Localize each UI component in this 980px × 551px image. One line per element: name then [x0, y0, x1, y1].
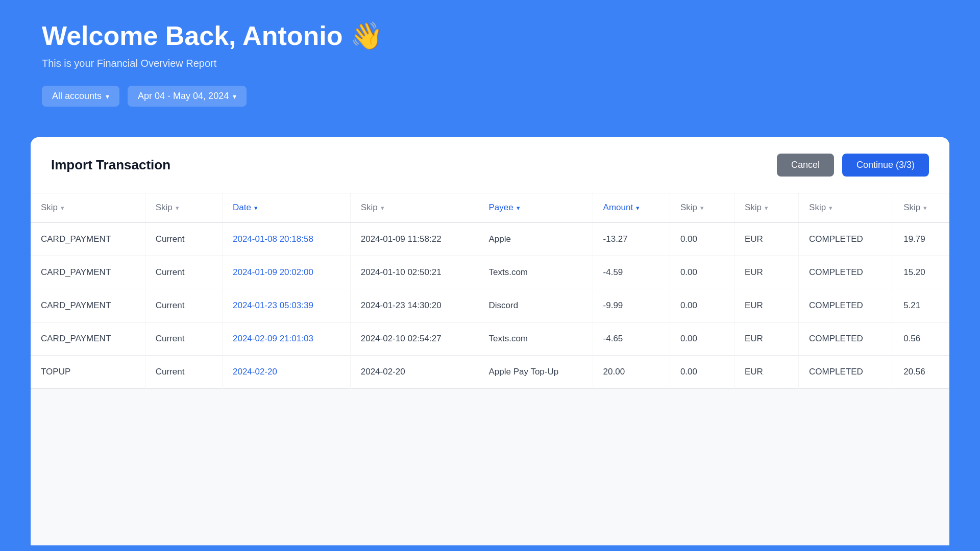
table-cell: 2024-01-23 14:30:20	[350, 289, 478, 322]
table-cell: EUR	[734, 322, 798, 356]
table-cell: Apple Pay Top-Up	[478, 356, 593, 389]
import-header: Import Transaction Cancel Continue (3/3)	[31, 137, 949, 193]
table-row: TOPUPCurrent2024-02-202024-02-20Apple Pa…	[31, 356, 949, 389]
skip2-chevron-icon: ▾	[176, 204, 179, 212]
table-cell: -9.99	[593, 289, 670, 322]
skip4-chevron-icon: ▾	[700, 204, 704, 212]
main-content: Import Transaction Cancel Continue (3/3)…	[31, 137, 949, 545]
table-cell: 2024-01-23 05:03:39	[222, 289, 350, 322]
table-cell: EUR	[734, 289, 798, 322]
table-cell: -13.27	[593, 222, 670, 256]
table-cell: Texts.com	[478, 322, 593, 356]
table-cell: 20.00	[593, 356, 670, 389]
header-section: Welcome Back, Antonio 👋 This is your Fin…	[0, 0, 980, 137]
table-cell: 2024-01-08 20:18:58	[222, 222, 350, 256]
table-cell: 19.79	[893, 222, 949, 256]
table-cell: EUR	[734, 222, 798, 256]
continue-button[interactable]: Continue (3/3)	[842, 154, 929, 177]
col-header-skip-7[interactable]: Skip ▾	[893, 193, 949, 222]
table-cell: EUR	[734, 356, 798, 389]
col-header-payee[interactable]: Payee ▾	[478, 193, 593, 222]
table-cell: 0.00	[670, 222, 734, 256]
date-chevron-icon: ▾	[254, 204, 258, 212]
skip5-chevron-icon: ▾	[765, 204, 768, 212]
table-row: CARD_PAYMENTCurrent2024-01-08 20:18:5820…	[31, 222, 949, 256]
transactions-table: Skip ▾ Skip ▾ Date ▾	[31, 193, 949, 389]
subtitle: This is your Financial Overview Report	[42, 58, 938, 69]
col-header-amount[interactable]: Amount ▾	[593, 193, 670, 222]
table-cell: COMPLETED	[799, 256, 893, 289]
table-cell: 2024-02-10 02:54:27	[350, 322, 478, 356]
table-cell: 0.00	[670, 356, 734, 389]
table-row: CARD_PAYMENTCurrent2024-01-09 20:02:0020…	[31, 256, 949, 289]
table-cell: COMPLETED	[799, 356, 893, 389]
header-actions: Cancel Continue (3/3)	[777, 154, 929, 177]
table-cell: 2024-02-20	[222, 356, 350, 389]
welcome-title: Welcome Back, Antonio 👋	[42, 20, 938, 52]
table-cell: COMPLETED	[799, 322, 893, 356]
table-header: Skip ▾ Skip ▾ Date ▾	[31, 193, 949, 222]
col-header-skip-4[interactable]: Skip ▾	[670, 193, 734, 222]
table-cell: 0.56	[893, 322, 949, 356]
table-cell: Current	[145, 322, 222, 356]
skip3-chevron-icon: ▾	[381, 204, 384, 212]
col-header-skip-3[interactable]: Skip ▾	[350, 193, 478, 222]
table-cell: 2024-02-09 21:01:03	[222, 322, 350, 356]
date-range-chevron-icon: ▾	[233, 92, 236, 101]
table-cell: 0.00	[670, 256, 734, 289]
col-header-date[interactable]: Date ▾	[222, 193, 350, 222]
date-range-filter-button[interactable]: Apr 04 - May 04, 2024 ▾	[128, 86, 247, 107]
col-header-skip-2[interactable]: Skip ▾	[145, 193, 222, 222]
col-header-skip-5[interactable]: Skip ▾	[734, 193, 798, 222]
table-cell: -4.59	[593, 256, 670, 289]
amount-chevron-icon: ▾	[636, 204, 640, 212]
table-cell: 5.21	[893, 289, 949, 322]
import-title: Import Transaction	[51, 157, 170, 173]
table-cell: Current	[145, 222, 222, 256]
payee-chevron-icon: ▾	[517, 204, 520, 212]
table-cell: COMPLETED	[799, 289, 893, 322]
table-row: CARD_PAYMENTCurrent2024-01-23 05:03:3920…	[31, 289, 949, 322]
accounts-chevron-icon: ▾	[106, 92, 109, 101]
skip1-chevron-icon: ▾	[61, 204, 64, 212]
table-row: CARD_PAYMENTCurrent2024-02-09 21:01:0320…	[31, 322, 949, 356]
col-header-skip-6[interactable]: Skip ▾	[799, 193, 893, 222]
table-cell: Current	[145, 356, 222, 389]
date-range-label: Apr 04 - May 04, 2024	[138, 91, 229, 102]
table-cell: Current	[145, 289, 222, 322]
table-cell: 2024-01-09 11:58:22	[350, 222, 478, 256]
table-cell: Discord	[478, 289, 593, 322]
skip6-chevron-icon: ▾	[829, 204, 832, 212]
table-cell: 2024-02-20	[350, 356, 478, 389]
table-cell: 15.20	[893, 256, 949, 289]
table-cell: Texts.com	[478, 256, 593, 289]
table-body: CARD_PAYMENTCurrent2024-01-08 20:18:5820…	[31, 222, 949, 389]
skip7-chevron-icon: ▾	[923, 204, 927, 212]
table-cell: CARD_PAYMENT	[31, 322, 145, 356]
table-cell: CARD_PAYMENT	[31, 256, 145, 289]
table-cell: TOPUP	[31, 356, 145, 389]
table-cell: CARD_PAYMENT	[31, 222, 145, 256]
cancel-button[interactable]: Cancel	[777, 154, 834, 177]
table-cell: COMPLETED	[799, 222, 893, 256]
table-cell: 0.00	[670, 289, 734, 322]
table-cell: EUR	[734, 256, 798, 289]
table-cell: Current	[145, 256, 222, 289]
col-header-skip-1[interactable]: Skip ▾	[31, 193, 145, 222]
accounts-filter-label: All accounts	[52, 91, 102, 102]
filter-row: All accounts ▾ Apr 04 - May 04, 2024 ▾	[42, 86, 938, 107]
table-cell: 2024-01-10 02:50:21	[350, 256, 478, 289]
table-cell: Apple	[478, 222, 593, 256]
table-cell: 2024-01-09 20:02:00	[222, 256, 350, 289]
table-cell: 0.00	[670, 322, 734, 356]
accounts-filter-button[interactable]: All accounts ▾	[42, 86, 119, 107]
table-cell: 20.56	[893, 356, 949, 389]
table-cell: -4.65	[593, 322, 670, 356]
table-wrapper: Skip ▾ Skip ▾ Date ▾	[31, 193, 949, 389]
table-cell: CARD_PAYMENT	[31, 289, 145, 322]
